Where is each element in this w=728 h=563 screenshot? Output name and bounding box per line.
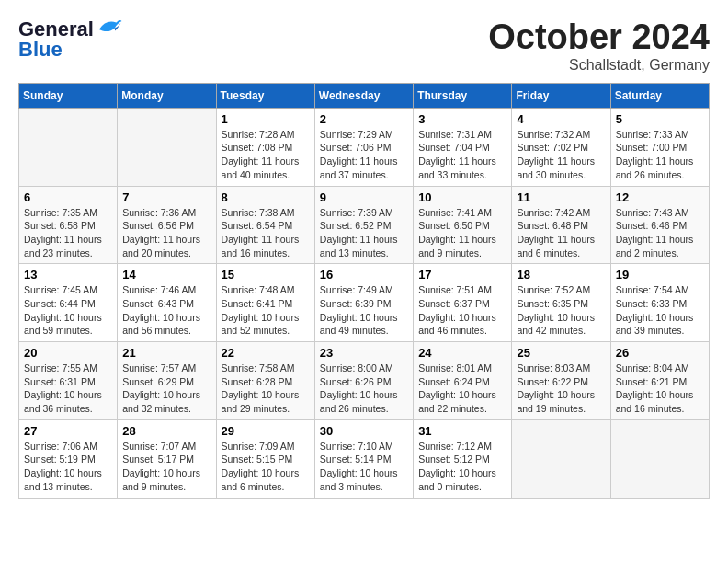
day-cell: 11Sunrise: 7:42 AM Sunset: 6:48 PM Dayli…: [512, 186, 610, 264]
day-info: Sunrise: 7:06 AM Sunset: 5:19 PM Dayligh…: [24, 440, 112, 494]
day-number: 5: [616, 112, 704, 126]
day-cell: 16Sunrise: 7:49 AM Sunset: 6:39 PM Dayli…: [314, 264, 413, 342]
day-cell: 2Sunrise: 7:29 AM Sunset: 7:06 PM Daylig…: [314, 108, 413, 186]
day-info: Sunrise: 7:48 AM Sunset: 6:41 PM Dayligh…: [222, 283, 310, 338]
day-info: Sunrise: 7:46 AM Sunset: 6:43 PM Dayligh…: [122, 283, 210, 338]
day-number: 24: [418, 346, 506, 360]
day-cell: [19, 108, 118, 186]
week-row-2: 6Sunrise: 7:35 AM Sunset: 6:58 PM Daylig…: [19, 186, 710, 264]
day-number: 23: [320, 346, 408, 360]
day-number: 22: [222, 346, 310, 360]
title-block: October 2024 Schallstadt, Germany: [488, 18, 710, 74]
day-number: 13: [24, 268, 112, 282]
day-info: Sunrise: 7:43 AM Sunset: 6:46 PM Dayligh…: [616, 206, 704, 260]
day-number: 30: [320, 424, 408, 438]
day-number: 1: [222, 112, 310, 126]
day-cell: 8Sunrise: 7:38 AM Sunset: 6:54 PM Daylig…: [216, 186, 314, 264]
day-number: 31: [418, 424, 506, 438]
day-cell: 10Sunrise: 7:41 AM Sunset: 6:50 PM Dayli…: [414, 186, 512, 264]
month-title: October 2024: [488, 18, 710, 57]
week-row-1: 1Sunrise: 7:28 AM Sunset: 7:08 PM Daylig…: [19, 108, 710, 186]
day-number: 11: [517, 190, 605, 204]
day-info: Sunrise: 7:33 AM Sunset: 7:00 PM Dayligh…: [616, 128, 704, 182]
day-number: 21: [122, 346, 210, 360]
day-number: 27: [24, 424, 112, 438]
day-number: 8: [222, 190, 310, 204]
day-number: 12: [616, 190, 704, 204]
day-number: 28: [122, 424, 210, 438]
day-info: Sunrise: 7:10 AM Sunset: 5:14 PM Dayligh…: [320, 440, 408, 494]
day-number: 14: [122, 268, 210, 282]
day-number: 26: [616, 346, 704, 360]
day-cell: 4Sunrise: 7:32 AM Sunset: 7:02 PM Daylig…: [512, 108, 610, 186]
day-number: 29: [222, 424, 310, 438]
location-title: Schallstadt, Germany: [488, 57, 710, 74]
day-info: Sunrise: 7:41 AM Sunset: 6:50 PM Dayligh…: [418, 206, 506, 260]
day-info: Sunrise: 8:03 AM Sunset: 6:22 PM Dayligh…: [517, 362, 605, 416]
day-info: Sunrise: 7:31 AM Sunset: 7:04 PM Dayligh…: [418, 128, 506, 182]
day-cell: 29Sunrise: 7:09 AM Sunset: 5:15 PM Dayli…: [216, 419, 314, 498]
day-info: Sunrise: 7:42 AM Sunset: 6:48 PM Dayligh…: [517, 206, 605, 260]
day-cell: 27Sunrise: 7:06 AM Sunset: 5:19 PM Dayli…: [19, 419, 118, 498]
day-cell: 3Sunrise: 7:31 AM Sunset: 7:04 PM Daylig…: [414, 108, 512, 186]
header-cell-thursday: Thursday: [414, 83, 512, 108]
day-cell: 7Sunrise: 7:36 AM Sunset: 6:56 PM Daylig…: [118, 186, 216, 264]
week-row-4: 20Sunrise: 7:55 AM Sunset: 6:31 PM Dayli…: [19, 342, 710, 420]
day-cell: 12Sunrise: 7:43 AM Sunset: 6:46 PM Dayli…: [610, 186, 709, 264]
logo: General Blue: [18, 18, 123, 62]
day-cell: [610, 419, 709, 498]
day-cell: 21Sunrise: 7:57 AM Sunset: 6:29 PM Dayli…: [118, 342, 216, 420]
day-info: Sunrise: 7:52 AM Sunset: 6:35 PM Dayligh…: [517, 283, 605, 338]
day-info: Sunrise: 7:57 AM Sunset: 6:29 PM Dayligh…: [122, 362, 210, 416]
day-info: Sunrise: 7:45 AM Sunset: 6:44 PM Dayligh…: [24, 283, 112, 338]
day-info: Sunrise: 7:51 AM Sunset: 6:37 PM Dayligh…: [418, 283, 506, 338]
day-cell: 24Sunrise: 8:01 AM Sunset: 6:24 PM Dayli…: [414, 342, 512, 420]
day-number: 9: [320, 190, 408, 204]
day-cell: 22Sunrise: 7:58 AM Sunset: 6:28 PM Dayli…: [216, 342, 314, 420]
day-cell: 19Sunrise: 7:54 AM Sunset: 6:33 PM Dayli…: [610, 264, 709, 342]
day-number: 15: [222, 268, 310, 282]
header-cell-friday: Friday: [512, 83, 610, 108]
day-info: Sunrise: 8:01 AM Sunset: 6:24 PM Dayligh…: [418, 362, 506, 416]
day-number: 17: [418, 268, 506, 282]
day-number: 20: [24, 346, 112, 360]
header-cell-wednesday: Wednesday: [314, 83, 413, 108]
day-cell: 5Sunrise: 7:33 AM Sunset: 7:00 PM Daylig…: [610, 108, 709, 186]
day-info: Sunrise: 7:29 AM Sunset: 7:06 PM Dayligh…: [320, 128, 408, 182]
day-cell: 6Sunrise: 7:35 AM Sunset: 6:58 PM Daylig…: [19, 186, 118, 264]
header-cell-sunday: Sunday: [19, 83, 118, 108]
day-number: 3: [418, 112, 506, 126]
week-row-5: 27Sunrise: 7:06 AM Sunset: 5:19 PM Dayli…: [19, 419, 710, 498]
day-info: Sunrise: 7:12 AM Sunset: 5:12 PM Dayligh…: [418, 440, 506, 494]
day-number: 18: [517, 268, 605, 282]
day-cell: 9Sunrise: 7:39 AM Sunset: 6:52 PM Daylig…: [314, 186, 413, 264]
day-info: Sunrise: 8:04 AM Sunset: 6:21 PM Dayligh…: [616, 362, 704, 416]
calendar-table: SundayMondayTuesdayWednesdayThursdayFrid…: [18, 83, 710, 499]
day-info: Sunrise: 7:32 AM Sunset: 7:02 PM Dayligh…: [517, 128, 605, 182]
header-row: SundayMondayTuesdayWednesdayThursdayFrid…: [19, 83, 710, 108]
page-header: General Blue October 2024 Schallstadt, G…: [18, 18, 710, 74]
day-info: Sunrise: 7:28 AM Sunset: 7:08 PM Dayligh…: [222, 128, 310, 182]
day-cell: 14Sunrise: 7:46 AM Sunset: 6:43 PM Dayli…: [118, 264, 216, 342]
day-number: 10: [418, 190, 506, 204]
header-cell-monday: Monday: [118, 83, 216, 108]
day-cell: 18Sunrise: 7:52 AM Sunset: 6:35 PM Dayli…: [512, 264, 610, 342]
day-number: 16: [320, 268, 408, 282]
day-info: Sunrise: 7:55 AM Sunset: 6:31 PM Dayligh…: [24, 362, 112, 416]
day-cell: [512, 419, 610, 498]
day-cell: 28Sunrise: 7:07 AM Sunset: 5:17 PM Dayli…: [118, 419, 216, 498]
day-info: Sunrise: 7:38 AM Sunset: 6:54 PM Dayligh…: [222, 206, 310, 260]
day-number: 19: [616, 268, 704, 282]
day-cell: 13Sunrise: 7:45 AM Sunset: 6:44 PM Dayli…: [19, 264, 118, 342]
day-info: Sunrise: 7:58 AM Sunset: 6:28 PM Dayligh…: [222, 362, 310, 416]
day-info: Sunrise: 7:54 AM Sunset: 6:33 PM Dayligh…: [616, 283, 704, 338]
day-cell: 30Sunrise: 7:10 AM Sunset: 5:14 PM Dayli…: [314, 419, 413, 498]
logo-bird-icon: [96, 14, 123, 41]
header-cell-tuesday: Tuesday: [216, 83, 314, 108]
day-cell: 15Sunrise: 7:48 AM Sunset: 6:41 PM Dayli…: [216, 264, 314, 342]
day-cell: 20Sunrise: 7:55 AM Sunset: 6:31 PM Dayli…: [19, 342, 118, 420]
day-number: 6: [24, 190, 112, 204]
day-number: 7: [122, 190, 210, 204]
day-cell: 17Sunrise: 7:51 AM Sunset: 6:37 PM Dayli…: [414, 264, 512, 342]
day-info: Sunrise: 7:35 AM Sunset: 6:58 PM Dayligh…: [24, 206, 112, 260]
